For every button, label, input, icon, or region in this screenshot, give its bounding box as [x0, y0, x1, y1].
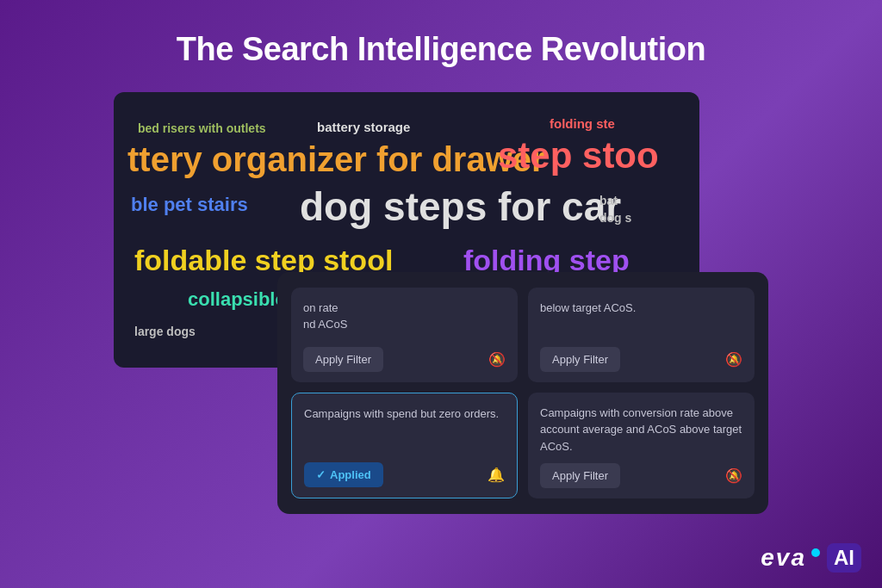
filter-card-2: below target ACoS. Apply Filter 🔕: [528, 288, 755, 382]
bell-icon-3: 🔔: [488, 467, 505, 483]
filter-card-1: on ratend ACoS Apply Filter 🔕: [291, 288, 518, 382]
applied-btn-3[interactable]: ✓ Applied: [304, 462, 383, 487]
filter-card-4-footer: Apply Filter 🔕: [540, 463, 742, 488]
filter-card-1-text: on ratend ACoS: [303, 300, 506, 333]
apply-filter-btn-2[interactable]: Apply Filter: [540, 347, 620, 372]
main-content: bed risers with outletsbattery storagefo…: [114, 92, 768, 514]
word-cloud-word: ttery organizer for drawer: [127, 140, 545, 179]
filter-card-3: Campaigns with spend but zero orders. ✓ …: [291, 393, 518, 499]
word-cloud-word: large dogs: [134, 325, 196, 338]
bell-icon-1: 🔕: [488, 351, 506, 368]
filter-card-3-footer: ✓ Applied 🔔: [304, 462, 505, 487]
word-cloud-word: bat: [599, 194, 618, 207]
word-cloud-word: dog s: [599, 211, 631, 225]
word-cloud-word: battery storage: [317, 120, 410, 134]
filter-card-2-text: below target ACoS.: [540, 300, 742, 317]
ai-badge: AI: [827, 543, 861, 573]
word-cloud-word: folding ste: [550, 116, 615, 131]
eva-ai-logo: eva AI: [761, 543, 861, 573]
filter-card-4: Campaigns with conversion rate above acc…: [528, 393, 755, 499]
eva-logo-text: eva: [761, 544, 806, 572]
bell-icon-4: 🔕: [725, 467, 742, 484]
page-title: The Search Intelligence Revolution: [177, 31, 705, 68]
logo-dot: [811, 548, 820, 557]
filter-panel: on ratend ACoS Apply Filter 🔕 below targ…: [277, 272, 768, 515]
filter-card-4-text: Campaigns with conversion rate above acc…: [540, 405, 742, 455]
filter-card-2-footer: Apply Filter 🔕: [540, 347, 742, 372]
apply-filter-btn-4[interactable]: Apply Filter: [540, 463, 620, 488]
apply-filter-btn-1[interactable]: Apply Filter: [303, 347, 383, 372]
word-cloud-word: ble pet stairs: [131, 194, 248, 216]
filter-card-3-text: Campaigns with spend but zero orders.: [304, 405, 505, 423]
filter-card-1-footer: Apply Filter 🔕: [303, 347, 506, 372]
applied-label: Applied: [330, 468, 371, 481]
checkmark-icon: ✓: [316, 468, 326, 481]
word-cloud-word: dog steps for car: [300, 183, 621, 230]
word-cloud-word: step stoo: [498, 135, 659, 176]
bell-icon-2: 🔕: [725, 351, 742, 368]
word-cloud-word: bed risers with outlets: [138, 121, 266, 135]
